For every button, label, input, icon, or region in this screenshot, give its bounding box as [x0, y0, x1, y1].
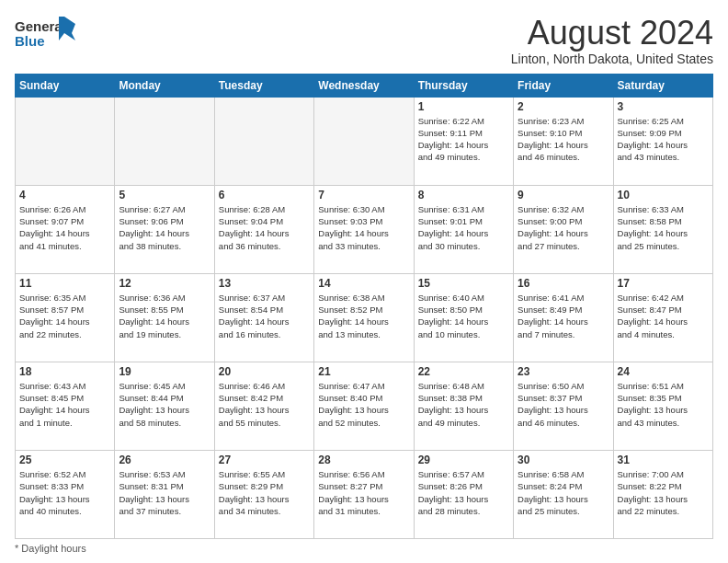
day-number: 15 — [418, 277, 509, 290]
day-info: Sunrise: 6:30 AM Sunset: 9:03 PM Dayligh… — [318, 203, 409, 252]
day-number: 5 — [119, 189, 210, 201]
table-row: 7Sunrise: 6:30 AM Sunset: 9:03 PM Daylig… — [314, 185, 414, 273]
table-row: 9Sunrise: 6:32 AM Sunset: 9:00 PM Daylig… — [514, 185, 613, 273]
table-row: 2Sunrise: 6:23 AM Sunset: 9:10 PM Daylig… — [514, 97, 613, 185]
day-number: 7 — [318, 189, 409, 201]
day-info: Sunrise: 6:37 AM Sunset: 8:54 PM Dayligh… — [219, 292, 310, 340]
table-row — [16, 97, 115, 185]
day-info: Sunrise: 6:25 AM Sunset: 9:09 PM Dayligh… — [618, 115, 709, 164]
day-info: Sunrise: 6:35 AM Sunset: 8:57 PM Dayligh… — [19, 292, 110, 340]
day-info: Sunrise: 6:53 AM Sunset: 8:31 PM Dayligh… — [119, 468, 210, 517]
table-row — [214, 97, 313, 185]
day-info: Sunrise: 6:58 AM Sunset: 8:24 PM Dayligh… — [518, 468, 609, 517]
table-row — [115, 97, 214, 185]
table-row: 23Sunrise: 6:50 AM Sunset: 8:37 PM Dayli… — [514, 362, 613, 450]
page-header: General Blue August 2024 Linton, North D… — [15, 15, 713, 66]
day-number: 20 — [219, 365, 310, 378]
calendar-week-1: 1Sunrise: 6:22 AM Sunset: 9:11 PM Daylig… — [16, 97, 713, 185]
col-monday: Monday — [115, 74, 214, 97]
table-row: 27Sunrise: 6:55 AM Sunset: 8:29 PM Dayli… — [214, 450, 313, 538]
svg-marker-2 — [59, 17, 75, 40]
table-row: 21Sunrise: 6:47 AM Sunset: 8:40 PM Dayli… — [314, 362, 414, 450]
day-info: Sunrise: 6:57 AM Sunset: 8:26 PM Dayligh… — [418, 468, 509, 517]
calendar-week-4: 18Sunrise: 6:43 AM Sunset: 8:45 PM Dayli… — [16, 362, 713, 450]
day-info: Sunrise: 6:52 AM Sunset: 8:33 PM Dayligh… — [19, 468, 110, 517]
table-row: 29Sunrise: 6:57 AM Sunset: 8:26 PM Dayli… — [414, 450, 513, 538]
month-title: August 2024 — [511, 15, 713, 52]
day-number: 25 — [19, 454, 110, 466]
day-number: 4 — [19, 189, 110, 201]
day-number: 14 — [318, 277, 409, 290]
day-info: Sunrise: 6:50 AM Sunset: 8:37 PM Dayligh… — [518, 380, 609, 429]
table-row: 6Sunrise: 6:28 AM Sunset: 9:04 PM Daylig… — [214, 185, 313, 273]
day-number: 1 — [418, 100, 509, 113]
table-row — [314, 97, 414, 185]
table-row: 12Sunrise: 6:36 AM Sunset: 8:55 PM Dayli… — [115, 273, 214, 362]
table-row: 11Sunrise: 6:35 AM Sunset: 8:57 PM Dayli… — [16, 273, 115, 362]
day-info: Sunrise: 6:43 AM Sunset: 8:45 PM Dayligh… — [19, 380, 110, 429]
day-number: 11 — [19, 277, 110, 290]
day-number: 2 — [518, 100, 609, 113]
day-number: 3 — [618, 100, 709, 113]
table-row: 31Sunrise: 7:00 AM Sunset: 8:22 PM Dayli… — [613, 450, 712, 538]
col-thursday: Thursday — [414, 74, 513, 97]
table-row: 22Sunrise: 6:48 AM Sunset: 8:38 PM Dayli… — [414, 362, 513, 450]
table-row: 19Sunrise: 6:45 AM Sunset: 8:44 PM Dayli… — [115, 362, 214, 450]
logo-svg: General Blue — [15, 15, 79, 55]
day-info: Sunrise: 6:56 AM Sunset: 8:27 PM Dayligh… — [318, 468, 409, 517]
day-number: 12 — [119, 277, 210, 290]
col-sunday: Sunday — [16, 74, 115, 97]
table-row: 4Sunrise: 6:26 AM Sunset: 9:07 PM Daylig… — [16, 185, 115, 273]
day-number: 30 — [518, 454, 609, 466]
day-number: 19 — [119, 365, 210, 378]
footer-note-text: Daylight hours — [21, 543, 85, 554]
calendar-week-2: 4Sunrise: 6:26 AM Sunset: 9:07 PM Daylig… — [16, 185, 713, 273]
table-row: 14Sunrise: 6:38 AM Sunset: 8:52 PM Dayli… — [314, 273, 414, 362]
day-info: Sunrise: 7:00 AM Sunset: 8:22 PM Dayligh… — [618, 468, 709, 517]
col-tuesday: Tuesday — [214, 74, 313, 97]
calendar-week-5: 25Sunrise: 6:52 AM Sunset: 8:33 PM Dayli… — [16, 450, 713, 538]
day-info: Sunrise: 6:32 AM Sunset: 9:00 PM Dayligh… — [518, 203, 609, 252]
day-number: 13 — [219, 277, 310, 290]
col-friday: Friday — [514, 74, 613, 97]
day-info: Sunrise: 6:46 AM Sunset: 8:42 PM Dayligh… — [219, 380, 310, 429]
day-info: Sunrise: 6:33 AM Sunset: 8:58 PM Dayligh… — [618, 203, 709, 252]
day-info: Sunrise: 6:23 AM Sunset: 9:10 PM Dayligh… — [518, 115, 609, 164]
table-row: 8Sunrise: 6:31 AM Sunset: 9:01 PM Daylig… — [414, 185, 513, 273]
day-info: Sunrise: 6:31 AM Sunset: 9:01 PM Dayligh… — [418, 203, 509, 252]
day-info: Sunrise: 6:38 AM Sunset: 8:52 PM Dayligh… — [318, 292, 409, 340]
day-number: 26 — [119, 454, 210, 466]
day-info: Sunrise: 6:27 AM Sunset: 9:06 PM Dayligh… — [119, 203, 210, 252]
calendar-table: Sunday Monday Tuesday Wednesday Thursday… — [15, 74, 713, 539]
logo: General Blue — [15, 15, 79, 55]
svg-text:General: General — [15, 18, 66, 34]
day-number: 21 — [318, 365, 409, 378]
title-block: August 2024 Linton, North Dakota, United… — [511, 15, 713, 66]
day-info: Sunrise: 6:22 AM Sunset: 9:11 PM Dayligh… — [418, 115, 509, 164]
day-info: Sunrise: 6:26 AM Sunset: 9:07 PM Dayligh… — [19, 203, 110, 252]
table-row: 16Sunrise: 6:41 AM Sunset: 8:49 PM Dayli… — [514, 273, 613, 362]
day-number: 8 — [418, 189, 509, 201]
day-number: 9 — [518, 189, 609, 201]
day-info: Sunrise: 6:41 AM Sunset: 8:49 PM Dayligh… — [518, 292, 609, 340]
day-info: Sunrise: 6:51 AM Sunset: 8:35 PM Dayligh… — [618, 380, 709, 429]
day-info: Sunrise: 6:40 AM Sunset: 8:50 PM Dayligh… — [418, 292, 509, 340]
table-row: 20Sunrise: 6:46 AM Sunset: 8:42 PM Dayli… — [214, 362, 313, 450]
table-row: 15Sunrise: 6:40 AM Sunset: 8:50 PM Dayli… — [414, 273, 513, 362]
table-row: 10Sunrise: 6:33 AM Sunset: 8:58 PM Dayli… — [613, 185, 712, 273]
day-number: 6 — [219, 189, 310, 201]
calendar-header-row: Sunday Monday Tuesday Wednesday Thursday… — [16, 74, 713, 97]
table-row: 26Sunrise: 6:53 AM Sunset: 8:31 PM Dayli… — [115, 450, 214, 538]
day-number: 28 — [318, 454, 409, 466]
table-row: 25Sunrise: 6:52 AM Sunset: 8:33 PM Dayli… — [16, 450, 115, 538]
table-row: 13Sunrise: 6:37 AM Sunset: 8:54 PM Dayli… — [214, 273, 313, 362]
table-row: 28Sunrise: 6:56 AM Sunset: 8:27 PM Dayli… — [314, 450, 414, 538]
day-number: 17 — [618, 277, 709, 290]
day-number: 18 — [19, 365, 110, 378]
table-row: 24Sunrise: 6:51 AM Sunset: 8:35 PM Dayli… — [613, 362, 712, 450]
day-number: 31 — [618, 454, 709, 466]
day-info: Sunrise: 6:47 AM Sunset: 8:40 PM Dayligh… — [318, 380, 409, 429]
table-row: 18Sunrise: 6:43 AM Sunset: 8:45 PM Dayli… — [16, 362, 115, 450]
day-info: Sunrise: 6:45 AM Sunset: 8:44 PM Dayligh… — [119, 380, 210, 429]
day-info: Sunrise: 6:28 AM Sunset: 9:04 PM Dayligh… — [219, 203, 310, 252]
